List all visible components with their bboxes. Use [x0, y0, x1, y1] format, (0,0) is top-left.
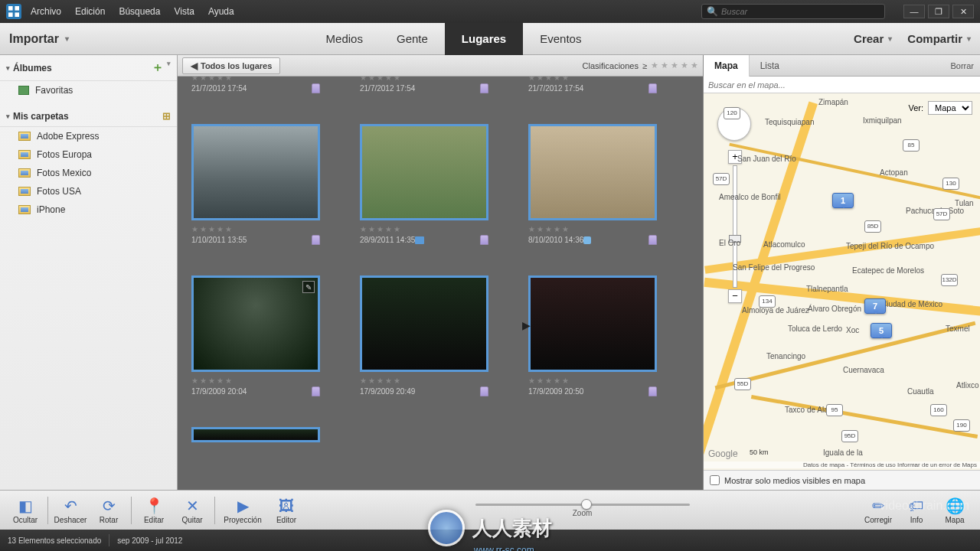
search-input[interactable] [721, 7, 880, 16]
folder-icon [18, 132, 31, 141]
thumbnail[interactable] [191, 427, 320, 442]
tag-icon: 🏷 [906, 496, 927, 516]
thumbnail[interactable] [528, 276, 657, 372]
thumbnail[interactable] [528, 124, 657, 220]
tab-places[interactable]: Lugares [445, 23, 523, 55]
svg-rect-3 [15, 12, 19, 17]
close-button[interactable]: ✕ [952, 5, 974, 18]
map-city-label: Xoc [846, 326, 859, 334]
thumbnail[interactable] [360, 124, 488, 220]
map-city-label: Zimapán [818, 98, 848, 106]
folder-item[interactable]: Fotos USA [0, 182, 177, 201]
edit-icon[interactable]: ✎ [302, 281, 315, 293]
import-button[interactable]: Importar▾ [9, 32, 69, 46]
tool-editor[interactable]: 🖼Editor [267, 496, 305, 524]
thumbnail[interactable]: ✎ [191, 276, 320, 372]
route-shield: 134 [759, 295, 776, 308]
zoom-out-button[interactable]: − [728, 289, 742, 303]
create-button[interactable]: Crear▾ [854, 32, 892, 45]
maximize-button[interactable]: ❐ [928, 5, 949, 18]
checkbox[interactable] [710, 475, 720, 485]
grid-zoom-slider[interactable] [475, 504, 690, 506]
folder-item[interactable]: Fotos Europa [0, 145, 177, 164]
map-city-label: Tenancingo [766, 352, 805, 360]
tool-fix[interactable]: ✏Corregir [859, 496, 897, 524]
map-pin[interactable]: 7 [864, 298, 886, 314]
fix-icon: ✏ [867, 496, 889, 516]
tool-rotate[interactable]: ⟳Rotar [90, 496, 128, 524]
route-shield: 85D [864, 220, 881, 233]
thumb-date: 21/7/2012 17:54 [528, 84, 583, 93]
tab-media[interactable]: Medios [309, 23, 380, 55]
tool-slideshow[interactable]: ▶Proyección [218, 496, 267, 524]
menu-file[interactable]: Archivo [31, 6, 61, 17]
route-shield: 57D [713, 173, 730, 185]
map-tab-list[interactable]: Lista [750, 55, 790, 77]
breadcrumb-button[interactable]: ◀Todos los lugares [182, 57, 280, 74]
zoom-knob[interactable] [581, 499, 592, 510]
route-shield: 57D [933, 208, 950, 220]
map-clear-button[interactable]: Borrar [950, 61, 974, 70]
folder-item[interactable]: Adobe Express [0, 127, 177, 145]
zoom-control: + − [728, 150, 742, 303]
add-album-icon[interactable]: ＋ [152, 60, 164, 76]
route-shield: 55D [734, 378, 751, 390]
pin-icon: 📍 [143, 496, 165, 516]
folder-tree-icon[interactable]: ⊞ [162, 110, 171, 122]
map-pin[interactable]: 5 [871, 323, 892, 338]
map-attribution: Datos de mapa - Términos de uso Informar… [704, 461, 980, 468]
folder-icon [18, 187, 31, 196]
thumb-date: 17/9/2009 20:49 [360, 387, 415, 396]
menu-edit[interactable]: Edición [75, 6, 105, 17]
map-view-select[interactable]: Mapa [928, 101, 972, 115]
tool-undo[interactable]: ↶Deshacer [51, 496, 90, 524]
folders-header[interactable]: ▾Mis carpetas ⊞ [0, 106, 177, 127]
tool-edit-location[interactable]: 📍Editar [135, 496, 173, 524]
classifications-filter[interactable]: Clasificaciones ≥ ★★★★★ [583, 60, 698, 70]
grid-header: ◀Todos los lugares Clasificaciones ≥ ★★★… [178, 55, 703, 77]
minimize-button[interactable]: — [903, 5, 925, 18]
menu-view[interactable]: Vista [174, 6, 194, 17]
global-search[interactable]: 🔍 [701, 4, 885, 19]
thumb-date: 28/9/2011 14:35 [360, 236, 415, 244]
folder-item[interactable]: iPhone [0, 201, 177, 219]
folder-item[interactable]: Fotos Mexico [0, 164, 177, 182]
tool-info[interactable]: 🏷Info [897, 496, 936, 524]
share-button[interactable]: Compartir▾ [907, 32, 971, 45]
map-city-label: Tequisquiapan [765, 118, 815, 126]
undo-icon: ↶ [60, 496, 81, 516]
map-city-label: Actopan [880, 168, 908, 177]
google-logo: Google [708, 448, 738, 459]
globe-icon: 🌐 [944, 496, 965, 516]
map-canvas[interactable]: Ver:Mapa + − 50 km Google Datos de mapa … [704, 93, 980, 470]
app-logo[interactable] [6, 4, 21, 19]
tool-map[interactable]: 🌐Mapa [936, 496, 974, 524]
map-view-selector[interactable]: Ver:Mapa [908, 101, 972, 115]
map-visible-only-checkbox[interactable]: Mostrar solo medios visibles en mapa [704, 470, 980, 490]
expand-stack-icon[interactable]: ▶ [522, 318, 530, 333]
thumbnail[interactable] [360, 276, 488, 372]
map-search-input[interactable] [704, 77, 980, 93]
map-tab-map[interactable]: Mapa [704, 55, 750, 77]
menu-search[interactable]: Búsqueda [119, 6, 160, 17]
map-city-label: Atlacomulco [763, 240, 805, 249]
sidebar-item-favorites[interactable]: Favoritas [0, 81, 177, 99]
tool-hide[interactable]: ◧Ocultar [6, 496, 44, 524]
album-menu-icon[interactable]: ▾ [167, 60, 171, 76]
route-shield: 85 [903, 139, 920, 152]
map-city-label: Ecatepec de Morelos [852, 266, 924, 275]
thumbnail[interactable] [191, 124, 320, 220]
location-badge-icon [648, 235, 657, 245]
map-city-label: Álvaro Obregón [808, 305, 861, 313]
menu-help[interactable]: Ayuda [208, 6, 234, 17]
map-scale: 50 km [750, 448, 769, 456]
zoom-label: Zoom [573, 509, 593, 517]
tool-remove[interactable]: ✕Quitar [173, 496, 211, 524]
location-badge-icon [312, 83, 320, 93]
map-panel: Mapa Lista Borrar Ver:Mapa + − 50 km Goo… [703, 55, 980, 490]
map-pin[interactable]: 1 [832, 193, 854, 208]
folder-icon [18, 150, 31, 159]
tab-people[interactable]: Gente [380, 23, 445, 55]
tab-events[interactable]: Eventos [523, 23, 598, 55]
albums-header[interactable]: ▾Álbumes ＋▾ [0, 55, 177, 81]
